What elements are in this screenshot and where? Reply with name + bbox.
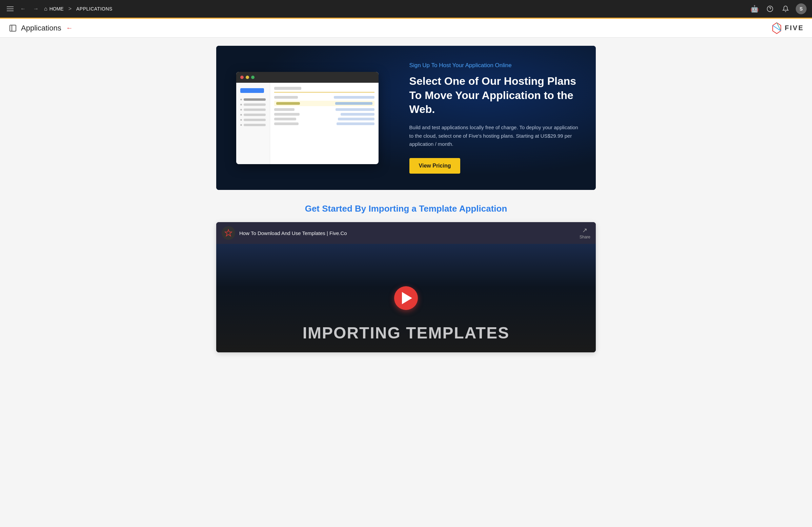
video-overlay-text: IMPORTING TEMPLATES xyxy=(216,324,596,342)
play-button[interactable] xyxy=(394,286,418,310)
question-icon xyxy=(767,5,773,12)
mockup-sidebar-item xyxy=(240,119,266,121)
mockup-highlight-row xyxy=(274,101,375,106)
video-card: How To Download And Use Templates | Five… xyxy=(216,222,596,352)
current-page-label: APPLICATIONS xyxy=(76,6,113,12)
breadcrumb-separator: > xyxy=(69,6,72,12)
mockup-line xyxy=(244,103,266,106)
five-logo-icon xyxy=(771,22,783,34)
mockup-sidebar-item xyxy=(240,109,266,111)
play-triangle-icon xyxy=(402,292,412,304)
forward-arrow[interactable]: → xyxy=(31,4,41,13)
share-icon: ↗ xyxy=(582,227,587,234)
mockup-cell xyxy=(276,102,300,105)
mockup-cell xyxy=(274,87,301,90)
five-logo: FIVE xyxy=(771,22,804,34)
mockup-table-row xyxy=(274,96,375,99)
mockup-line xyxy=(244,124,266,126)
template-section: Get Started By Importing a Template Appl… xyxy=(216,203,596,352)
mockup-sidebar xyxy=(236,83,270,164)
mockup-cell xyxy=(334,96,375,99)
mockup-cell xyxy=(274,113,300,116)
five-logo-text: FIVE xyxy=(785,24,804,32)
page-title: Applications xyxy=(21,24,61,32)
hero-description: Build and test applications locally free… xyxy=(409,124,580,148)
mockup-table-header xyxy=(274,87,375,92)
main-content: Sign Up To Host Your Application Online … xyxy=(0,38,812,360)
subheader: Applications ← FIVE xyxy=(0,19,812,38)
red-arrow-indicator: ← xyxy=(66,24,73,32)
video-channel-icon xyxy=(222,226,235,240)
mockup-sidebar-item xyxy=(240,124,266,126)
mockup-cell xyxy=(335,108,375,111)
top-navigation: ← → ⌂ HOME > APPLICATIONS 🤖 S xyxy=(0,0,812,18)
view-pricing-button[interactable]: View Pricing xyxy=(409,158,461,174)
bot-icon[interactable]: 🤖 xyxy=(749,3,760,14)
mockup-line xyxy=(244,98,266,101)
svg-rect-2 xyxy=(10,25,16,31)
sidebar-toggle-icon[interactable] xyxy=(8,24,18,33)
notifications-icon[interactable] xyxy=(780,3,791,14)
back-arrow[interactable]: ← xyxy=(18,4,28,13)
bell-icon xyxy=(782,5,789,12)
mockup-table-row xyxy=(274,113,375,116)
mockup-line xyxy=(244,109,266,111)
window-dot-red xyxy=(240,76,244,79)
help-icon[interactable] xyxy=(765,3,775,14)
hero-text-area: Sign Up To Host Your Application Online … xyxy=(398,46,596,190)
mockup-dot xyxy=(240,104,242,105)
mockup-cell xyxy=(336,123,375,125)
five-channel-logo xyxy=(224,229,232,237)
mockup-cell xyxy=(340,113,375,116)
mockup-titlebar xyxy=(236,72,379,83)
home-nav-item[interactable]: ⌂ HOME xyxy=(44,6,64,12)
video-share-button[interactable]: ↗ Share xyxy=(580,227,590,239)
video-thumbnail[interactable]: IMPORTING TEMPLATES xyxy=(216,244,596,352)
share-label: Share xyxy=(580,235,590,239)
overlay-text-partial1: IMPORTING TEMPLATES xyxy=(303,324,509,342)
mockup-table-row xyxy=(274,123,375,125)
user-avatar[interactable]: S xyxy=(796,3,807,14)
mockup-body xyxy=(236,83,379,164)
hero-hosting-card: Sign Up To Host Your Application Online … xyxy=(216,46,596,190)
hamburger-menu[interactable] xyxy=(5,5,15,13)
video-title: How To Download And Use Templates | Five… xyxy=(239,230,576,236)
mockup-cell xyxy=(274,118,296,120)
mockup-sidebar-header xyxy=(240,88,264,93)
mockup-cell xyxy=(274,108,294,111)
mockup-line xyxy=(244,119,266,121)
mockup-sidebar-item xyxy=(240,114,266,116)
svg-marker-7 xyxy=(225,230,232,236)
mockup-sidebar-item xyxy=(240,98,266,101)
mockup-table-row xyxy=(274,108,375,111)
mockup-line xyxy=(244,114,266,116)
window-dot-yellow xyxy=(246,76,249,79)
hero-mockup-area xyxy=(216,46,398,190)
panel-icon xyxy=(9,24,17,32)
template-section-title: Get Started By Importing a Template Appl… xyxy=(216,203,596,214)
home-icon: ⌂ xyxy=(44,6,47,12)
mockup-main-area xyxy=(270,83,379,164)
mockup-cell xyxy=(335,102,373,105)
mockup-table-row xyxy=(274,118,375,120)
mockup-sidebar-item xyxy=(240,103,266,106)
mockup-dot xyxy=(240,109,242,111)
app-mockup-window xyxy=(236,72,379,164)
mockup-cell xyxy=(338,118,375,120)
mockup-cell xyxy=(274,123,299,125)
home-label: HOME xyxy=(49,6,64,12)
video-header: How To Download And Use Templates | Five… xyxy=(216,222,596,244)
mockup-dot xyxy=(240,119,242,121)
play-button-container xyxy=(394,286,418,310)
mockup-dot xyxy=(240,114,242,116)
window-dot-green xyxy=(251,76,255,79)
robot-icon: 🤖 xyxy=(750,5,759,13)
hero-title: Select One of Our Hosting Plans To Move … xyxy=(409,74,580,117)
hero-subtitle: Sign Up To Host Your Application Online xyxy=(409,62,580,69)
mockup-dot xyxy=(240,124,242,126)
mockup-cell xyxy=(274,96,298,99)
mockup-dot xyxy=(240,99,242,100)
